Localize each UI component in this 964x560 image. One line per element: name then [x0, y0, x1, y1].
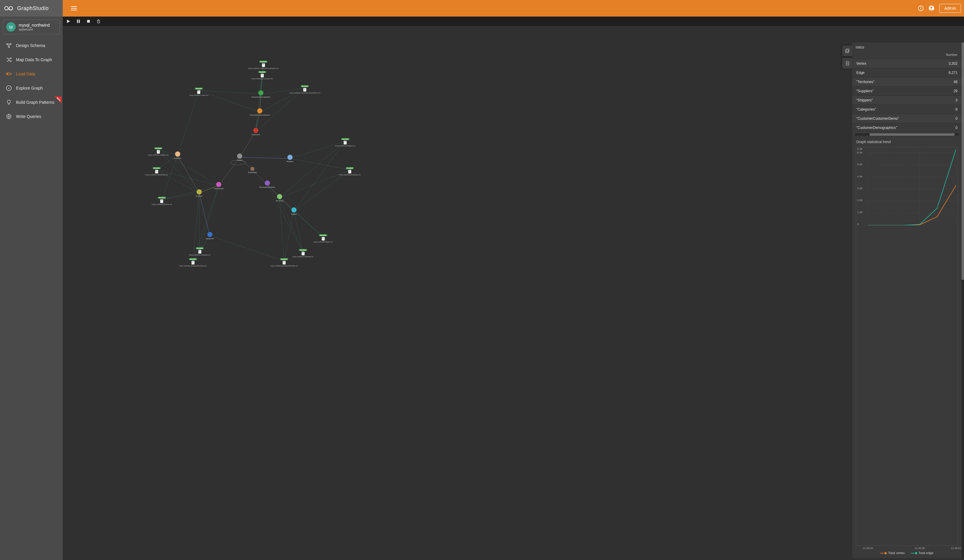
svg-point-9 — [931, 6, 933, 8]
graph-vertex-employeeterritories[interactable]: EmployeeTerritories — [259, 180, 275, 188]
stats-row: "CustomerCustomerDemo"0 — [852, 114, 962, 123]
schema-icon — [6, 42, 12, 49]
delete-icon[interactable] — [96, 19, 101, 23]
graph-vertex-customercustomerdemo[interactable]: CustomerCustomerDemo — [250, 108, 270, 116]
sidebar-item-label: Load Data — [16, 71, 35, 76]
data-file-node[interactable]: PAUSEDmysql_northwind_Orders.csv — [189, 85, 208, 96]
chart-ytick: 4.0K — [857, 175, 863, 178]
sidebar-item-load-data[interactable]: Load Data — [0, 67, 63, 81]
svg-line-26 — [98, 20, 100, 23]
sidebar-item-label: Design Schema — [16, 43, 45, 48]
document-icon — [845, 61, 850, 66]
graph-vertex-customers[interactable]: Customers — [251, 128, 260, 135]
stats-row-name: "Shippers" — [856, 98, 873, 102]
stats-row: Vertex3,302 — [852, 59, 962, 68]
play-icon[interactable] — [66, 19, 70, 23]
sidebar-item-explore-graph[interactable]: Explore Graph — [0, 81, 63, 95]
graph-vertex-categories[interactable]: Categories — [205, 232, 214, 240]
sidebar-item-map-data[interactable]: Map Data To Graph — [0, 53, 63, 67]
brand-name: GraphStudio — [17, 5, 49, 11]
chart-xtick: 11:48:00 — [863, 547, 873, 550]
trend-chart: 01.0K2.0K3.0K4.0K5.0K6.0K6.3K11:48:0011:… — [852, 146, 962, 558]
sidebar-item-label: Write Queries — [16, 114, 41, 119]
graph-vertex-shippers[interactable]: Shippers — [287, 155, 293, 162]
doc-panel-button[interactable] — [842, 58, 853, 68]
svg-line-60 — [294, 211, 303, 252]
graph-vertex-orderdetails[interactable]: OrderDetails — [213, 182, 224, 190]
trend-title: Graph statistical trend — [852, 136, 962, 146]
svg-rect-21 — [79, 19, 80, 23]
data-file-node[interactable]: PAUSEDmysql_northwind_CustomerDemographi… — [248, 58, 278, 69]
svg-line-32 — [256, 74, 262, 131]
pause-icon[interactable] — [77, 19, 80, 23]
graph-canvas[interactable]: CustomerDemographicsCustomerCustomerDemo… — [63, 26, 964, 560]
data-file-node[interactable]: PAUSEDmysql_northwind_EmployeeTerritorie… — [179, 256, 207, 267]
trend-chart-svg — [868, 149, 956, 225]
data-file-node[interactable]: PAUSEDmysql_northwind_Categories.csv — [189, 245, 210, 256]
shuffle-icon — [6, 57, 12, 63]
svg-line-62 — [267, 184, 303, 252]
data-file-node[interactable]: PAUSEDmysql_northwind_OrderDetails.csv — [145, 165, 168, 175]
data-file-node[interactable]: PAUSEDmysql_northwind_EmployeeTerritorie… — [270, 256, 298, 267]
admin-button[interactable]: Admin — [939, 4, 961, 13]
data-file-node[interactable]: PAUSEDmysql_northwind_Shippers.csv — [335, 136, 356, 147]
graph-vertex-orders[interactable]: Orders — [237, 153, 242, 161]
graph-vertex-region[interactable]: Region — [291, 207, 296, 215]
graph-vertex-territories[interactable]: Territories — [276, 194, 283, 202]
statistics-table: Number Vertex3,302Edge6,271"Territories"… — [852, 50, 962, 132]
sidebar-item-build-patterns[interactable]: Build Graph Patterns BETA — [0, 95, 63, 109]
sidebar: M mysql_northwind superuser Design Schem… — [0, 16, 63, 560]
stats-row-name: "Suppliers" — [856, 89, 874, 93]
stats-row-value: 8 — [956, 107, 957, 112]
data-file-node[interactable]: PAUSEDmysql_northwind_Region.csv — [313, 232, 332, 243]
account-button[interactable] — [926, 3, 937, 14]
legend-total-edge: Total edge — [911, 551, 933, 555]
chart-ytick: 0 — [857, 222, 859, 226]
svg-rect-15 — [7, 73, 8, 74]
sidebar-item-label: Build Graph Patterns — [16, 100, 54, 105]
sidebar-item-write-queries[interactable]: Write Queries — [0, 109, 63, 123]
stats-row: "Shippers"3 — [852, 96, 962, 105]
stats-row: "Categories"8 — [852, 105, 962, 114]
svg-rect-83 — [846, 50, 848, 53]
graph-vertex-employees[interactable]: Employees — [248, 167, 257, 173]
chart-xtick: 11:48:51 — [951, 547, 961, 550]
graph-vertex-customerdemographics[interactable]: CustomerDemographics — [251, 90, 271, 98]
svg-line-38 — [177, 91, 199, 155]
graph-vertex-products[interactable]: Products — [195, 189, 203, 197]
menu-toggle-button[interactable] — [68, 3, 79, 14]
panel-vertical-scrollbar[interactable] — [962, 42, 964, 558]
svg-line-64 — [280, 198, 284, 261]
data-file-node[interactable]: PAUSEDmysql_northwind_CustomerCustomerDe… — [289, 83, 321, 94]
project-role: superuser — [19, 28, 50, 31]
chart-ytick: 1.0K — [857, 211, 863, 214]
data-file-node[interactable]: PAUSEDmysql_northwind_Suppliers.csv — [148, 145, 169, 156]
stats-row-name: Edge — [856, 71, 865, 75]
sidebar-item-label: Map Data To Graph — [16, 57, 52, 62]
stats-row-value: 0 — [956, 126, 957, 130]
stats-row-name: "CustomerCustomerDemo" — [856, 117, 899, 121]
legend-total-vertex: Total vertex — [880, 551, 905, 555]
svg-rect-14 — [11, 73, 12, 74]
stats-row-value: 3 — [956, 98, 957, 102]
statistics-title: istics — [852, 42, 962, 50]
panel-toggle-stack — [842, 45, 853, 68]
stats-row: "Territories"49 — [852, 77, 962, 86]
graph-vertex-suppliers[interactable]: Suppliers — [174, 151, 181, 159]
load-control-bar — [63, 16, 964, 26]
top-bar: Admin — [0, 0, 964, 16]
copy-panel-button[interactable] — [842, 45, 853, 56]
stats-horizontal-scrollbar[interactable] — [855, 133, 959, 136]
stop-icon[interactable] — [86, 19, 91, 23]
data-file-node[interactable]: PAUSEDmysql_northwind_Employees.csv — [339, 165, 361, 175]
hamburger-icon — [71, 6, 77, 10]
beta-badge-icon: BETA — [54, 96, 62, 104]
data-file-node[interactable]: PAUSEDmysql_northwind_Customers.csv — [251, 68, 273, 80]
stats-row-name: "CustomerDemographics" — [856, 126, 897, 130]
project-selector[interactable]: M mysql_northwind superuser — [3, 19, 60, 34]
sidebar-item-design-schema[interactable]: Design Schema — [0, 39, 63, 53]
svg-rect-7 — [920, 8, 921, 10]
data-file-node[interactable]: PAUSEDmysql_northwind_Products.csv — [152, 194, 172, 205]
info-button[interactable] — [915, 3, 926, 14]
globe-icon — [6, 114, 12, 119]
